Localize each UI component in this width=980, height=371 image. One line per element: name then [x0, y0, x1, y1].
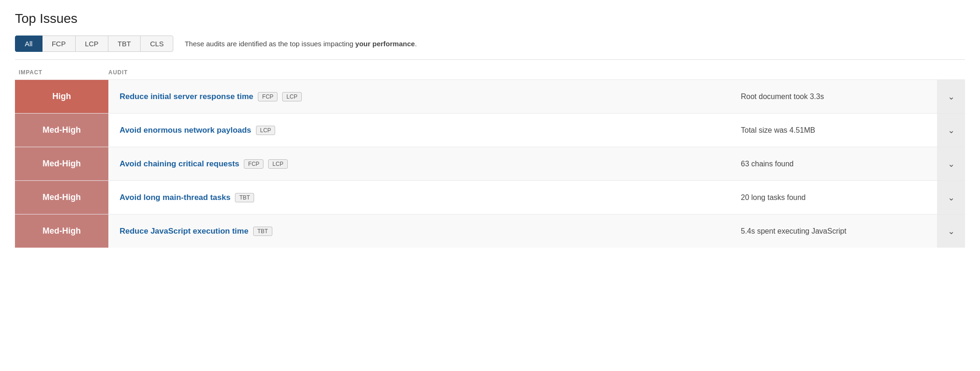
- tag-fcp: FCP: [244, 159, 263, 169]
- table-header: IMPACT AUDIT: [15, 60, 965, 79]
- audit-table: IMPACT AUDIT High Reduce initial server …: [15, 60, 965, 248]
- tag-lcp: LCP: [256, 126, 275, 135]
- audit-metric: Root document took 3.3s: [730, 93, 926, 101]
- tag-lcp: LCP: [282, 92, 301, 101]
- tag-tbt: TBT: [253, 227, 272, 236]
- audit-metric: 63 chains found: [730, 160, 926, 168]
- audit-title-area: Avoid enormous network payloads LCP: [120, 126, 730, 135]
- table-row: Med-High Avoid enormous network payloads…: [15, 113, 965, 147]
- tab-description: These audits are identified as the top i…: [185, 40, 417, 48]
- audit-metric: 5.4s spent executing JavaScript: [730, 227, 926, 235]
- expand-button[interactable]: ⌄: [937, 181, 965, 214]
- audit-title-area: Avoid chaining critical requests FCP LCP: [120, 159, 730, 169]
- chevron-down-icon: ⌄: [948, 159, 955, 169]
- audit-title-link[interactable]: Reduce initial server response time: [120, 92, 253, 101]
- expand-button[interactable]: ⌄: [937, 214, 965, 248]
- table-row: Med-High Avoid long main-thread tasks TB…: [15, 180, 965, 214]
- audit-content: Avoid chaining critical requests FCP LCP…: [108, 152, 937, 176]
- impact-badge-med-high: Med-High: [15, 147, 108, 180]
- audit-title-link[interactable]: Avoid chaining critical requests: [120, 159, 239, 169]
- tag-tbt: TBT: [235, 193, 254, 202]
- audit-title-area: Avoid long main-thread tasks TBT: [120, 193, 730, 202]
- impact-column-header: IMPACT: [15, 69, 108, 76]
- chevron-down-icon: ⌄: [948, 193, 955, 203]
- chevron-down-icon: ⌄: [948, 125, 955, 136]
- audit-metric: 20 long tasks found: [730, 193, 926, 202]
- chevron-down-icon: ⌄: [948, 92, 955, 102]
- tab-fcp[interactable]: FCP: [42, 36, 76, 52]
- audit-title-link[interactable]: Reduce JavaScript execution time: [120, 227, 249, 236]
- tabs-row: All FCP LCP TBT CLS These audits are ide…: [15, 36, 965, 60]
- impact-badge-med-high: Med-High: [15, 114, 108, 147]
- audit-content: Reduce initial server response time FCP …: [108, 85, 937, 109]
- audit-title-area: Reduce JavaScript execution time TBT: [120, 227, 730, 236]
- tab-all[interactable]: All: [15, 36, 43, 52]
- audit-content: Reduce JavaScript execution time TBT 5.4…: [108, 219, 937, 243]
- impact-badge-high: High: [15, 80, 108, 113]
- tab-lcp[interactable]: LCP: [75, 36, 108, 52]
- audit-content: Avoid enormous network payloads LCP Tota…: [108, 118, 937, 143]
- audit-title-link[interactable]: Avoid enormous network payloads: [120, 126, 251, 135]
- impact-badge-med-high: Med-High: [15, 181, 108, 214]
- page-title: Top Issues: [15, 11, 965, 26]
- table-row: High Reduce initial server response time…: [15, 79, 965, 113]
- table-row: Med-High Reduce JavaScript execution tim…: [15, 214, 965, 248]
- table-row: Med-High Avoid chaining critical request…: [15, 147, 965, 180]
- expand-button[interactable]: ⌄: [937, 80, 965, 113]
- tag-fcp: FCP: [258, 92, 277, 101]
- expand-button[interactable]: ⌄: [937, 147, 965, 180]
- tab-cls[interactable]: CLS: [140, 36, 173, 52]
- tag-lcp: LCP: [268, 159, 287, 169]
- audit-metric: Total size was 4.51MB: [730, 126, 926, 135]
- tab-tbt[interactable]: TBT: [108, 36, 141, 52]
- impact-badge-med-high: Med-High: [15, 214, 108, 248]
- chevron-down-icon: ⌄: [948, 226, 955, 236]
- expand-button[interactable]: ⌄: [937, 114, 965, 147]
- audit-title-area: Reduce initial server response time FCP …: [120, 92, 730, 101]
- audit-content: Avoid long main-thread tasks TBT 20 long…: [108, 186, 937, 210]
- audit-title-link[interactable]: Avoid long main-thread tasks: [120, 193, 230, 202]
- audit-column-header: AUDIT: [108, 69, 128, 76]
